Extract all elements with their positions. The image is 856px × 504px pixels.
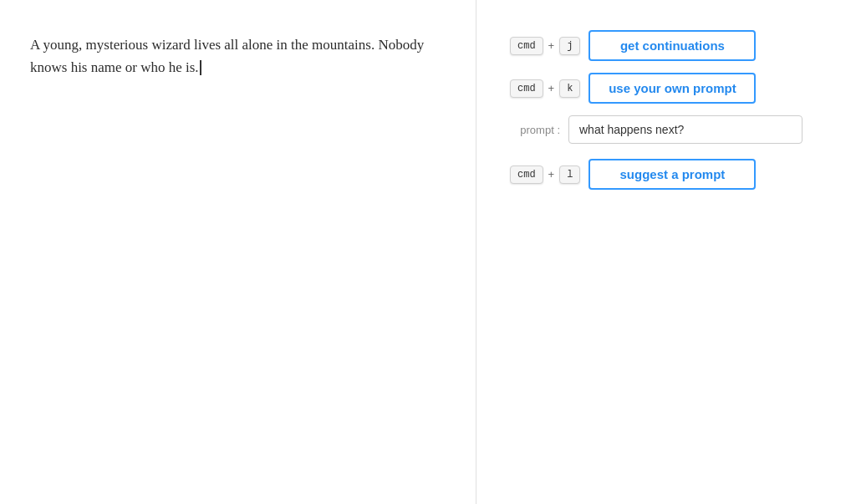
left-panel: A young, mysterious wizard lives all alo… xyxy=(0,0,476,504)
use-own-prompt-button[interactable]: use your own prompt xyxy=(588,73,756,104)
kbd-cmd-1: cmd xyxy=(510,37,543,55)
kbd-k: k xyxy=(559,79,580,98)
plus-1: + xyxy=(548,39,555,52)
kbd-group-l: cmd + l xyxy=(510,165,580,184)
get-continuations-button[interactable]: get continuations xyxy=(588,30,756,61)
story-text: A young, mysterious wizard lives all alo… xyxy=(30,33,446,79)
use-own-prompt-row: cmd + k use your own prompt xyxy=(510,73,823,104)
kbd-cmd-2: cmd xyxy=(510,79,543,98)
prompt-row: prompt : xyxy=(510,115,823,144)
text-cursor xyxy=(200,60,201,76)
suggest-prompt-row: cmd + l suggest a prompt xyxy=(510,159,823,190)
plus-2: + xyxy=(548,82,555,94)
prompt-input[interactable] xyxy=(568,115,802,144)
kbd-group-j: cmd + j xyxy=(510,37,580,55)
kbd-group-k: cmd + k xyxy=(510,79,580,98)
right-panel: cmd + j get continuations cmd + k use yo… xyxy=(476,0,856,504)
kbd-l: l xyxy=(559,165,580,184)
plus-3: + xyxy=(548,168,555,181)
suggest-prompt-button[interactable]: suggest a prompt xyxy=(588,159,756,190)
get-continuations-row: cmd + j get continuations xyxy=(510,30,823,61)
kbd-cmd-3: cmd xyxy=(510,165,543,184)
prompt-label: prompt : xyxy=(510,124,560,136)
kbd-j: j xyxy=(559,37,580,55)
